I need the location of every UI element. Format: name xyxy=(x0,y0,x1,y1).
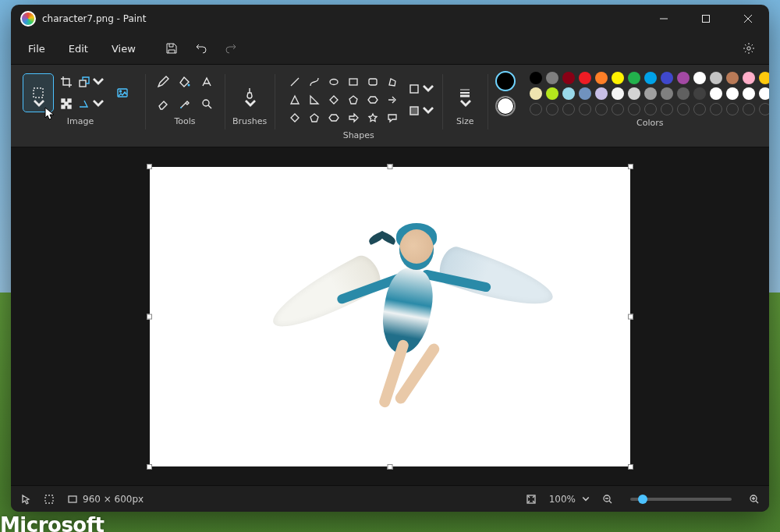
custom-color-slot[interactable] xyxy=(562,103,575,115)
resize-handle[interactable] xyxy=(147,164,152,169)
custom-color-slot[interactable] xyxy=(644,103,657,115)
color-swatch[interactable] xyxy=(579,87,591,100)
resize-handle[interactable] xyxy=(388,464,393,470)
resize-handle[interactable] xyxy=(628,314,633,319)
custom-color-slot[interactable] xyxy=(579,103,591,115)
color-swatch[interactable] xyxy=(743,72,755,84)
shape-diamond2[interactable] xyxy=(287,110,303,126)
color-swatch[interactable] xyxy=(661,72,673,84)
custom-color-slot[interactable] xyxy=(677,103,690,115)
crop-tool[interactable] xyxy=(56,72,76,92)
custom-color-slot[interactable] xyxy=(743,103,755,115)
image-ai-tool[interactable] xyxy=(108,74,137,112)
workspace[interactable] xyxy=(11,147,769,485)
zoom-slider[interactable] xyxy=(630,498,732,501)
shape-outline-dropdown[interactable] xyxy=(408,79,434,99)
color-swatch[interactable] xyxy=(562,72,575,84)
color-swatch[interactable] xyxy=(612,72,624,84)
redo-button[interactable] xyxy=(217,36,245,61)
color-swatch[interactable] xyxy=(562,87,575,100)
zoom-level-dropdown[interactable]: 100% xyxy=(549,494,590,505)
custom-color-slot[interactable] xyxy=(546,103,558,115)
rotate-tool[interactable] xyxy=(78,94,105,114)
eyedropper-tool[interactable] xyxy=(175,94,195,114)
color-swatch[interactable] xyxy=(693,87,706,100)
pencil-tool[interactable] xyxy=(153,72,173,92)
shapes-gallery[interactable] xyxy=(282,71,405,129)
color-swatch[interactable] xyxy=(710,72,722,84)
shape-hexagon2[interactable] xyxy=(326,110,342,126)
resize-tool[interactable] xyxy=(78,72,105,92)
resize-handle[interactable] xyxy=(628,464,633,470)
color-swatch[interactable] xyxy=(612,87,624,100)
save-button[interactable] xyxy=(158,36,186,61)
maximize-button[interactable] xyxy=(688,6,724,31)
color-swatch[interactable] xyxy=(677,87,690,100)
color-swatch[interactable] xyxy=(644,72,657,84)
custom-color-slot[interactable] xyxy=(759,103,769,115)
custom-color-slot[interactable] xyxy=(693,103,706,115)
transparent-selection[interactable] xyxy=(56,94,76,114)
shape-fill-dropdown[interactable] xyxy=(408,101,434,121)
shape-hexagon[interactable] xyxy=(365,92,381,108)
resize-handle[interactable] xyxy=(388,164,393,169)
custom-color-slot[interactable] xyxy=(661,103,673,115)
shape-star[interactable] xyxy=(365,110,381,126)
zoom-slider-knob[interactable] xyxy=(638,495,647,504)
custom-color-slot[interactable] xyxy=(710,103,722,115)
shape-pentagon2[interactable] xyxy=(307,110,322,126)
close-button[interactable] xyxy=(730,6,766,31)
color-swatch[interactable] xyxy=(595,87,608,100)
color-secondary[interactable] xyxy=(495,96,516,116)
shape-polygon[interactable] xyxy=(385,74,400,90)
shape-arrow-right[interactable] xyxy=(346,110,361,126)
select-tool[interactable] xyxy=(23,74,53,112)
shape-callout[interactable] xyxy=(385,110,400,126)
color-swatch[interactable] xyxy=(661,87,673,100)
color-swatch[interactable] xyxy=(628,87,640,100)
color-swatch[interactable] xyxy=(677,72,690,84)
custom-color-slot[interactable] xyxy=(612,103,624,115)
color-swatch[interactable] xyxy=(743,87,755,100)
shape-line[interactable] xyxy=(287,74,303,90)
size-dropdown[interactable] xyxy=(450,74,480,112)
fit-to-window-button[interactable] xyxy=(526,494,537,505)
color-swatch[interactable] xyxy=(595,72,608,84)
custom-color-slot[interactable] xyxy=(530,103,542,115)
resize-handle[interactable] xyxy=(147,464,152,470)
color-primary[interactable] xyxy=(495,71,516,91)
custom-color-slot[interactable] xyxy=(595,103,608,115)
eraser-tool[interactable] xyxy=(153,94,173,114)
color-swatch[interactable] xyxy=(759,72,769,84)
fill-tool[interactable] xyxy=(175,72,195,92)
color-swatch[interactable] xyxy=(759,87,769,100)
color-swatch[interactable] xyxy=(530,87,542,100)
shape-triangle[interactable] xyxy=(287,92,303,108)
custom-color-slot[interactable] xyxy=(726,103,739,115)
zoom-in-button[interactable] xyxy=(749,494,760,505)
menu-edit[interactable]: Edit xyxy=(58,38,99,59)
shape-roundrect[interactable] xyxy=(365,74,381,90)
custom-color-slot[interactable] xyxy=(628,103,640,115)
zoom-out-button[interactable] xyxy=(602,494,613,505)
shape-pentagon[interactable] xyxy=(346,92,361,108)
color-swatch[interactable] xyxy=(726,87,739,100)
color-swatch[interactable] xyxy=(530,72,542,84)
text-tool[interactable] xyxy=(197,72,217,92)
resize-handle[interactable] xyxy=(628,164,633,169)
menu-file[interactable]: File xyxy=(17,38,56,59)
color-swatch[interactable] xyxy=(579,72,591,84)
color-swatch[interactable] xyxy=(693,72,706,84)
settings-button[interactable] xyxy=(735,36,763,61)
color-swatch[interactable] xyxy=(546,87,558,100)
shape-curve[interactable] xyxy=(307,74,322,90)
menu-view[interactable]: View xyxy=(101,38,147,59)
resize-handle[interactable] xyxy=(147,314,152,319)
shape-diamond[interactable] xyxy=(326,92,342,108)
shape-oval[interactable] xyxy=(326,74,342,90)
undo-button[interactable] xyxy=(187,36,215,61)
color-swatch[interactable] xyxy=(710,87,722,100)
color-swatch[interactable] xyxy=(546,72,558,84)
minimize-button[interactable] xyxy=(646,6,682,31)
color-swatch[interactable] xyxy=(628,72,640,84)
